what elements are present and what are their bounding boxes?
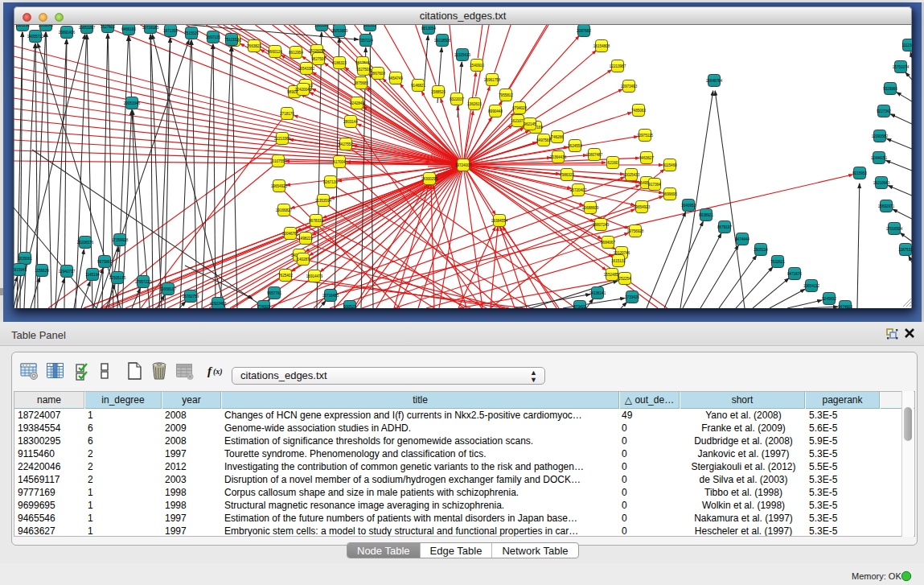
svg-text:15692971: 15692971 [878, 204, 895, 208]
svg-text:2069140: 2069140 [39, 25, 53, 27]
svg-text:19756928: 19756928 [627, 229, 644, 233]
svg-text:6466160: 6466160 [121, 27, 136, 31]
svg-text:9327508: 9327508 [356, 68, 371, 72]
svg-text:10025433: 10025433 [623, 173, 640, 177]
svg-text:140287: 140287 [297, 257, 310, 262]
svg-text:8912954: 8912954 [289, 51, 303, 55]
svg-text:12213369: 12213369 [274, 137, 291, 141]
svg-text:1605380: 1605380 [314, 25, 329, 27]
svg-text:9242848: 9242848 [350, 101, 364, 105]
svg-text:873421: 873421 [573, 305, 586, 308]
svg-text:10046766: 10046766 [282, 232, 299, 236]
svg-text:1112345: 1112345 [901, 43, 912, 47]
svg-text:8267130: 8267130 [323, 180, 338, 184]
svg-text:617004: 617004 [333, 160, 346, 164]
svg-text:1498222: 1498222 [298, 237, 313, 241]
svg-text:22420046: 22420046 [295, 88, 312, 92]
svg-text:7485063: 7485063 [631, 109, 646, 113]
svg-text:252254: 252254 [618, 277, 631, 281]
svg-text:7357224: 7357224 [359, 39, 373, 43]
svg-text:20053346: 20053346 [124, 101, 141, 105]
svg-text:12923468: 12923468 [210, 302, 227, 306]
svg-text:17957223: 17957223 [135, 280, 152, 284]
svg-text:8679197: 8679197 [717, 225, 732, 229]
svg-text:f: f [207, 365, 213, 377]
svg-text:10958107: 10958107 [160, 287, 177, 291]
svg-text:2718176: 2718176 [280, 112, 294, 116]
svg-text:15716485: 15716485 [322, 294, 339, 298]
svg-text:3624554: 3624554 [568, 144, 582, 148]
svg-text:10688609: 10688609 [582, 206, 599, 210]
svg-text:16914479: 16914479 [306, 274, 323, 278]
svg-text:930523: 930523 [343, 305, 356, 308]
svg-text:20206576: 20206576 [77, 241, 94, 245]
svg-text:1835061: 1835061 [18, 257, 32, 261]
svg-text:12505135: 12505135 [109, 276, 126, 280]
svg-text:1167533: 1167533 [898, 248, 912, 252]
svg-text:8186323: 8186323 [332, 61, 347, 65]
svg-text:9684067: 9684067 [601, 241, 615, 245]
svg-text:16782759: 16782759 [183, 295, 199, 299]
svg-text:3915941: 3915941 [14, 268, 27, 272]
svg-text:16154808: 16154808 [593, 44, 610, 48]
svg-text:16648764: 16648764 [706, 79, 723, 83]
svg-text:10973493: 10973493 [621, 84, 638, 89]
svg-text:881305: 881305 [363, 25, 376, 27]
svg-text:2803144: 2803144 [343, 120, 358, 124]
svg-text:9146821: 9146821 [411, 84, 425, 88]
svg-text:62160: 62160 [608, 161, 618, 165]
svg-text:9975867: 9975867 [97, 260, 112, 264]
svg-text:10653267: 10653267 [79, 26, 96, 30]
svg-text:(x): (x) [213, 367, 223, 377]
svg-text:7625402: 7625402 [278, 274, 293, 278]
svg-text:12093582: 12093582 [872, 134, 889, 138]
svg-text:2935114: 2935114 [754, 248, 768, 252]
svg-text:8678332: 8678332 [309, 219, 323, 223]
svg-text:7955812: 7955812 [499, 93, 513, 97]
svg-text:10807487: 10807487 [586, 153, 603, 157]
svg-text:1362615: 1362615 [467, 102, 482, 106]
svg-text:9227342: 9227342 [877, 109, 891, 113]
svg-text:7511552: 7511552 [224, 38, 239, 42]
svg-text:18807249: 18807249 [593, 223, 610, 227]
svg-text:917364: 917364 [648, 183, 661, 187]
svg-text:19654925: 19654925 [271, 184, 288, 188]
svg-text:19654923: 19654923 [634, 205, 651, 209]
svg-text:20691406: 20691406 [59, 31, 76, 35]
svg-text:7632621: 7632621 [770, 260, 785, 264]
svg-text:19724007: 19724007 [455, 163, 472, 167]
svg-text:8471676: 8471676 [787, 272, 802, 276]
svg-text:6497568: 6497568 [536, 138, 551, 142]
svg-text:1733426: 1733426 [625, 295, 639, 299]
svg-text:9329966: 9329966 [883, 87, 897, 91]
svg-text:9474444: 9474444 [735, 237, 749, 241]
svg-text:1588520: 1588520 [431, 90, 446, 94]
svg-text:6794028: 6794028 [512, 106, 527, 110]
svg-text:746266: 746266 [551, 135, 564, 139]
svg-text:19384554: 19384554 [491, 219, 508, 223]
svg-text:18300295: 18300295 [421, 177, 438, 181]
svg-text:1671355: 1671355 [163, 29, 178, 33]
svg-text:2867608: 2867608 [371, 72, 385, 76]
svg-text:15720407: 15720407 [570, 188, 587, 192]
svg-text:962145: 962145 [524, 122, 536, 126]
svg-text:10719185: 10719185 [142, 26, 159, 30]
svg-text:16210643: 16210643 [873, 181, 890, 185]
svg-text:16543382: 16543382 [298, 67, 315, 71]
svg-text:14055712: 14055712 [27, 35, 44, 39]
svg-text:8427552: 8427552 [339, 142, 353, 146]
svg-text:12444151: 12444151 [871, 156, 888, 160]
svg-text:1156829: 1156829 [35, 269, 49, 273]
svg-text:14136141: 14136141 [589, 291, 606, 295]
svg-text:7515526: 7515526 [184, 31, 199, 35]
svg-text:8938921: 8938921 [699, 213, 713, 217]
svg-text:19166827: 19166827 [276, 208, 293, 212]
svg-text:12975115: 12975115 [637, 134, 654, 138]
svg-text:1145194: 1145194 [85, 273, 100, 277]
svg-text:9463627: 9463627 [639, 156, 654, 160]
svg-text:9115460: 9115460 [663, 163, 677, 167]
svg-text:17359928: 17359928 [112, 238, 129, 242]
svg-text:1640953: 1640953 [681, 204, 696, 208]
svg-text:9827506: 9827506 [311, 57, 326, 61]
svg-text:1615132: 1615132 [611, 259, 626, 263]
